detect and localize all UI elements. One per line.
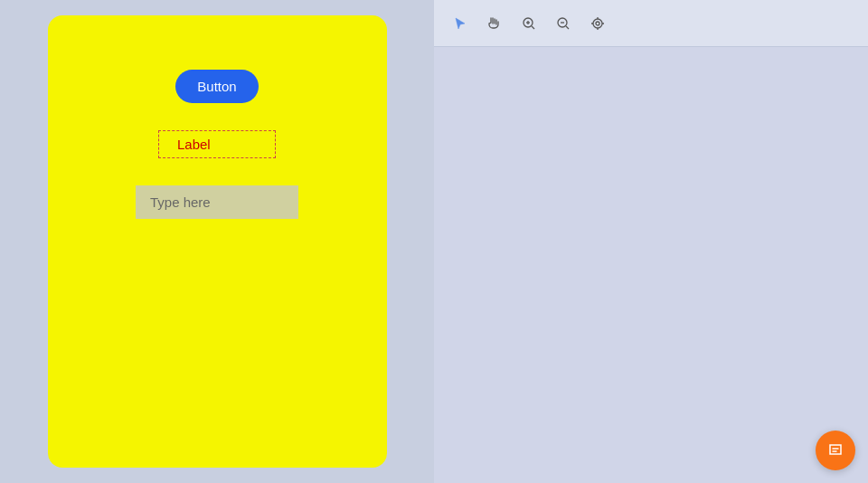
chat-fab-button[interactable] (816, 431, 855, 470)
svg-point-8 (596, 22, 599, 25)
phone-canvas: Button Label Type here (0, 0, 434, 483)
hand-tool-button[interactable] (479, 8, 510, 39)
cursor-tool-button[interactable] (445, 8, 476, 39)
zoom-out-button[interactable] (548, 8, 579, 39)
svg-line-3 (532, 26, 534, 29)
phone-button[interactable]: Button (175, 70, 258, 103)
phone-label: Label (158, 130, 276, 158)
target-button[interactable] (582, 8, 613, 39)
svg-point-7 (593, 19, 602, 28)
phone-input-placeholder: Type here (136, 185, 298, 219)
toolbar (434, 0, 868, 47)
zoom-in-button[interactable] (514, 8, 544, 39)
phone-frame: Button Label Type here (48, 15, 387, 468)
svg-line-6 (566, 26, 569, 29)
